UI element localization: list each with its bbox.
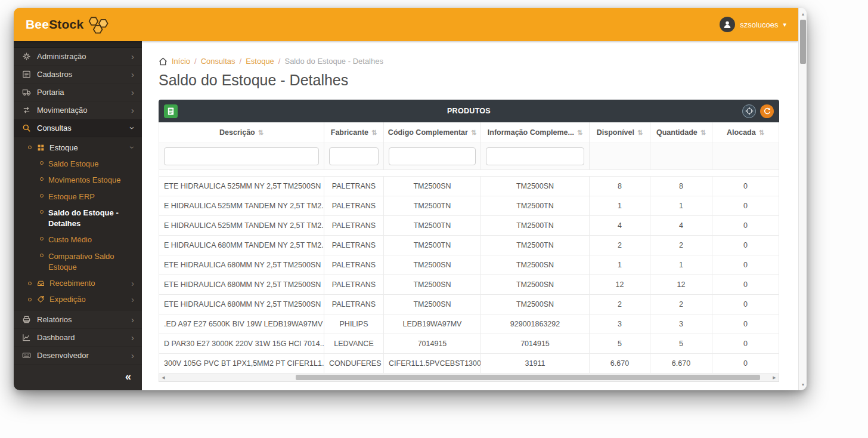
sort-icon: ⇅ — [577, 129, 582, 136]
bullet-icon — [40, 177, 44, 181]
horizontal-scrollbar-thumb[interactable] — [296, 375, 760, 380]
cell-informacao-complementar: TM2500SN — [481, 275, 590, 295]
sidebar-item-cadastros[interactable]: Cadastros › — [14, 66, 142, 84]
panel-title: PRODUTOS — [159, 107, 779, 115]
table-row[interactable]: E HIDRAULICA 525MM TANDEM NY 2,5T TM2...… — [159, 216, 779, 236]
scroll-down-arrow[interactable]: ▼ — [799, 380, 807, 389]
bullet-icon — [28, 298, 32, 301]
cell-alocada: 0 — [712, 314, 779, 334]
chevron-right-icon: › — [131, 52, 134, 61]
sidebar-item-administracao[interactable]: Administração › — [14, 48, 142, 66]
spacer-row — [159, 170, 779, 177]
table-row[interactable]: E HIDRAULICA 680MM TANDEM NY 2,5T TM2...… — [159, 236, 779, 255]
cell-fabricante: PALETRANS — [324, 236, 384, 255]
column-header[interactable]: Disponível⇅ — [590, 122, 650, 143]
sidebar-item-custo-medio[interactable]: Custo Médio — [14, 232, 142, 248]
cell-quantidade: 2 — [650, 236, 712, 255]
column-header[interactable]: Informação Compleme...⇅ — [481, 122, 590, 143]
filter-fabricante-input[interactable] — [329, 147, 379, 165]
table-row[interactable]: 300V 105G PVC BT 1PX1,5MM2 PT CIFER1L1..… — [159, 354, 779, 374]
filter-informacao-input[interactable] — [486, 147, 584, 165]
sidebar-item-dashboard[interactable]: Dashboard › — [14, 329, 142, 347]
table-row[interactable]: E HIDRAULICA 525MM TANDEM NY 2,5T TM2...… — [159, 196, 779, 216]
table-row[interactable]: ETE HIDRAULICA 680MM NY 2,5T TM2500SN PA… — [159, 255, 779, 275]
cell-disponivel: 3 — [590, 314, 650, 334]
column-header[interactable]: Código Complementar⇅ — [384, 122, 481, 143]
column-header[interactable]: Alocada⇅ — [712, 122, 779, 143]
scroll-up-arrow[interactable]: ▲ — [799, 9, 807, 18]
sidebar-item-label: Consultas — [37, 124, 72, 132]
exchange-arrows-icon — [21, 105, 31, 115]
sidebar-item-comparativo-saldo-estoque[interactable]: Comparativo Saldo Estoque — [14, 248, 142, 275]
user-menu[interactable]: szsolucoes ▾ — [720, 17, 786, 32]
cell-informacao-complementar: 31911 — [481, 354, 590, 374]
bullet-icon — [40, 237, 44, 240]
scroll-right-arrow[interactable]: ▶ — [770, 374, 779, 381]
columns-settings-button[interactable] — [742, 104, 756, 118]
filter-codigo-input[interactable] — [389, 147, 476, 165]
consultas-submenu: Estoque › Saldo Estoque Movimentos Estoq… — [14, 137, 142, 311]
sidebar-item-label: Desenvolvedor — [37, 351, 89, 360]
truck-icon — [21, 87, 31, 97]
sidebar-collapse-button[interactable]: « — [14, 365, 142, 390]
brand-stock: Stock — [49, 17, 83, 31]
sidebar-item-recebimento[interactable]: Recebimento › — [14, 275, 142, 291]
table-row[interactable]: .ED A97 E27 6500K BIV 19W LEDB19WA97MV P… — [159, 314, 779, 334]
cell-descricao: ETE HIDRAULICA 680MM NY 2,5T TM2500SN — [159, 295, 324, 314]
refresh-button[interactable] — [760, 104, 774, 118]
home-icon — [159, 57, 168, 66]
excel-export-button[interactable] — [164, 104, 178, 118]
cell-quantidade: 2 — [650, 295, 712, 314]
table-row[interactable]: ETE HIDRAULICA 680MM NY 2,5T TM2500SN PA… — [159, 275, 779, 295]
sidebar-item-expedicao[interactable]: Expedição › — [14, 291, 142, 307]
panel-header: PRODUTOS — [159, 100, 779, 122]
sidebar-item-saldo-estoque-detalhes[interactable]: Saldo do Estoque - Detalhes — [14, 205, 142, 232]
table-row[interactable]: ETE HIDRAULICA 525MM NY 2,5T TM2500SN PA… — [159, 177, 779, 196]
sidebar-item-movimentacao[interactable]: Movimentação › — [14, 101, 142, 119]
cell-fabricante: LEDVANCE — [324, 334, 384, 354]
sidebar-item-estoque[interactable]: Estoque › — [14, 140, 142, 156]
sidebar-item-label: Cadastros — [37, 70, 72, 79]
sidebar-item-portaria[interactable]: Portaria › — [14, 84, 142, 101]
breadcrumb-link-inicio[interactable]: Início — [172, 57, 190, 66]
sidebar-item-label: Saldo Estoque — [48, 159, 99, 169]
sidebar-item-estoque-erp[interactable]: Estoque ERP — [14, 189, 142, 205]
breadcrumb-separator: / — [194, 57, 197, 66]
column-header[interactable]: Descrição⇅ — [159, 122, 324, 143]
cell-disponivel: 1 — [590, 255, 650, 275]
cell-codigo-complementar: TM2500TN — [384, 196, 481, 216]
grid-icon — [36, 143, 45, 152]
sidebar-item-relatorios[interactable]: Relatórios › — [14, 311, 142, 329]
breadcrumb-link-consultas[interactable]: Consultas — [201, 57, 235, 66]
cell-fabricante: PALETRANS — [324, 196, 384, 216]
table-row[interactable]: D PAR30 E27 3000K 220V 31W 15G HCI 7014.… — [159, 334, 779, 354]
sidebar-item-label: Movimentos Estoque — [48, 175, 120, 186]
cell-fabricante: CONDUFERES — [324, 354, 384, 374]
column-header-label: Disponível — [597, 128, 634, 137]
sort-icon: ⇅ — [371, 129, 377, 136]
chevron-right-icon: › — [131, 88, 134, 97]
column-header[interactable]: Fabricante⇅ — [324, 122, 384, 143]
sidebar-item-label: Recebimento — [49, 279, 95, 288]
cell-quantidade: 6.670 — [650, 354, 712, 374]
breadcrumb-link-estoque[interactable]: Estoque — [246, 57, 274, 66]
sidebar-item-movimentos-estoque[interactable]: Movimentos Estoque — [14, 172, 142, 189]
table-row[interactable]: ETE HIDRAULICA 680MM NY 2,5T TM2500SN PA… — [159, 295, 779, 314]
vertical-scrollbar-thumb[interactable] — [800, 20, 806, 64]
cell-descricao: ETE HIDRAULICA 680MM NY 2,5T TM2500SN — [159, 255, 324, 275]
cell-quantidade: 1 — [650, 255, 712, 275]
horizontal-scrollbar[interactable]: ◀ ▶ — [159, 374, 779, 382]
column-header[interactable]: Quantidade⇅ — [650, 122, 712, 143]
sidebar-item-desenvolvedor[interactable]: Desenvolvedor › — [14, 347, 142, 365]
main-content: Início / Consultas / Estoque / Saldo do … — [142, 41, 798, 390]
vertical-scrollbar[interactable]: ▲ ▼ — [798, 8, 807, 390]
brand-bee: Bee — [26, 17, 49, 31]
sidebar-item-saldo-estoque[interactable]: Saldo Estoque — [14, 156, 142, 172]
cell-fabricante: PALETRANS — [324, 216, 384, 236]
filter-descricao-input[interactable] — [164, 147, 319, 165]
sidebar-item-consultas[interactable]: Consultas › — [14, 119, 142, 137]
cell-alocada: 0 — [712, 236, 779, 255]
scroll-left-arrow[interactable]: ◀ — [159, 374, 168, 381]
cell-descricao: ETE HIDRAULICA 680MM NY 2,5T TM2500SN — [159, 275, 324, 295]
cell-codigo-complementar: LEDB19WA97MV — [384, 314, 481, 334]
